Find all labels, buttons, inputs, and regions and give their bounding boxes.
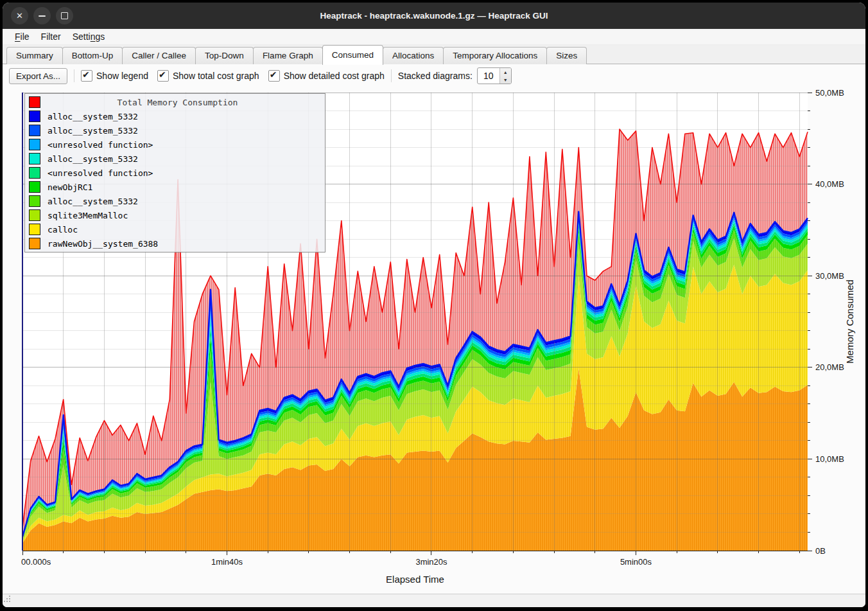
window-controls: ✕	[11, 7, 73, 24]
spin-down-button[interactable]: ▼	[500, 76, 511, 84]
chart-legend: Total Memory Consumptionalloc__system_53…	[24, 93, 326, 252]
x-axis-title: Elapsed Time	[386, 574, 444, 585]
tab-temporary-allocations[interactable]: Temporary Allocations	[443, 47, 547, 64]
checkbox-box[interactable]: ✔	[81, 70, 92, 82]
checkbox-show-legend[interactable]: ✔Show legend	[81, 70, 148, 82]
legend-swatch	[29, 125, 40, 136]
menu-item-file[interactable]: File	[9, 30, 35, 43]
export-as-button[interactable]: Export As...	[9, 68, 67, 84]
legend-label: newObjRC1	[48, 182, 92, 192]
menubar: FileFilterSettings	[3, 29, 865, 45]
statusbar	[3, 594, 865, 607]
x-tick-label: 3min20s	[415, 557, 447, 567]
legend-row: alloc__system_5332	[25, 109, 325, 123]
spin-buttons: ▲ ▼	[499, 68, 511, 84]
menu-item-filter[interactable]: Filter	[35, 30, 67, 43]
stacked-diagrams-label: Stacked diagrams:	[398, 71, 473, 81]
tab-top-down[interactable]: Top-Down	[195, 47, 254, 64]
tab-flame-graph[interactable]: Flame Graph	[253, 47, 323, 64]
spin-up-button[interactable]: ▲	[500, 68, 511, 76]
legend-row: sqlite3MemMalloc	[25, 208, 325, 222]
stacked-diagrams-value[interactable]: 10	[478, 68, 499, 84]
titlebar: ✕ Heaptrack - heaptrack.wakunode.1.gz — …	[3, 3, 865, 29]
x-tick-label: 1min40s	[211, 557, 243, 567]
x-tick-label: 00.000s	[21, 557, 51, 567]
close-icon: ✕	[16, 12, 23, 20]
x-tick-label: 5min00s	[620, 557, 652, 567]
toolbar: Export As... ✔Show legend✔Show total cos…	[3, 64, 865, 87]
legend-swatch	[29, 111, 40, 122]
legend-swatch	[29, 153, 40, 164]
legend-row: newObjRC1	[25, 180, 325, 194]
toolbar-separator	[391, 69, 392, 82]
app-window: ✕ Heaptrack - heaptrack.wakunode.1.gz — …	[3, 3, 865, 607]
y-tick-label: 40,0MB	[815, 179, 844, 189]
maximize-icon	[61, 12, 68, 19]
legend-row: calloc	[25, 222, 325, 236]
legend-swatch	[29, 139, 40, 150]
y-tick-label: 0B	[815, 546, 826, 556]
legend-label: alloc__system_5332	[48, 197, 138, 206]
close-button[interactable]: ✕	[11, 7, 28, 24]
minimize-button[interactable]	[33, 7, 51, 24]
stacked-diagrams-spinbox[interactable]: 10 ▲ ▼	[477, 67, 512, 84]
legend-label: alloc__system_5332	[48, 154, 138, 164]
checkbox-label: Show legend	[96, 71, 148, 81]
legend-label: Total Memory Consumption	[48, 98, 308, 107]
window-title: Heaptrack - heaptrack.wakunode.1.gz — He…	[3, 11, 865, 21]
y-tick-label: 30,0MB	[815, 271, 844, 281]
legend-swatch	[29, 238, 40, 249]
legend-row: alloc__system_5332	[25, 123, 325, 137]
checkbox-box[interactable]: ✔	[268, 70, 280, 82]
menu-item-settings[interactable]: Settings	[67, 30, 111, 43]
legend-row: alloc__system_5332	[25, 152, 325, 166]
y-tick-label: 50,0MB	[815, 88, 844, 98]
legend-swatch	[29, 209, 40, 221]
checkbox-show-total-cost-graph[interactable]: ✔Show total cost graph	[157, 70, 259, 82]
legend-row: <unresolved function>	[25, 137, 325, 152]
maximize-button[interactable]	[56, 7, 73, 24]
checkbox-show-detailed-cost-graph[interactable]: ✔Show detailed cost graph	[268, 70, 385, 82]
legend-label: alloc__system_5332	[48, 112, 138, 121]
legend-swatch	[29, 167, 40, 179]
chart-area: 00.000s1min40s3min20s5min00s0B10,0MB20,0…	[3, 87, 865, 594]
legend-label: <unresolved function>	[48, 168, 153, 178]
legend-swatch	[29, 96, 40, 108]
checkbox-box[interactable]: ✔	[157, 70, 169, 82]
legend-swatch	[29, 181, 40, 193]
legend-label: <unresolved function>	[48, 140, 153, 150]
y-tick-label: 10,0MB	[815, 454, 844, 464]
legend-row: <unresolved function>	[25, 166, 325, 180]
legend-label: sqlite3MemMalloc	[48, 211, 128, 220]
checkbox-label: Show detailed cost graph	[284, 71, 385, 81]
legend-label: calloc	[48, 225, 78, 235]
tab-allocations[interactable]: Allocations	[383, 47, 444, 64]
legend-row: rawNewObj__system_6388	[25, 236, 325, 251]
tab-caller-callee[interactable]: Caller / Callee	[122, 47, 196, 64]
checkbox-label: Show total cost graph	[173, 71, 259, 81]
tabbar: SummaryBottom-UpCaller / CalleeTop-DownF…	[3, 45, 865, 64]
y-axis-title: Memory Consumed	[844, 279, 855, 364]
legend-row: alloc__system_5332	[25, 194, 325, 208]
tab-sizes[interactable]: Sizes	[546, 47, 587, 64]
legend-swatch	[29, 224, 40, 235]
legend-swatch	[29, 195, 40, 207]
legend-label: alloc__system_5332	[48, 126, 138, 136]
minimize-icon	[39, 15, 46, 17]
tab-consumed[interactable]: Consumed	[322, 45, 383, 65]
legend-row: Total Memory Consumption	[25, 95, 325, 109]
legend-label: rawNewObj__system_6388	[48, 239, 158, 249]
y-tick-label: 20,0MB	[815, 362, 844, 372]
resize-grip[interactable]	[3, 594, 11, 603]
tab-summary[interactable]: Summary	[6, 47, 63, 64]
stacked-diagrams-control: Stacked diagrams: 10 ▲ ▼	[398, 67, 512, 84]
tab-bottom-up[interactable]: Bottom-Up	[62, 47, 123, 64]
toolbar-separator	[74, 69, 74, 82]
